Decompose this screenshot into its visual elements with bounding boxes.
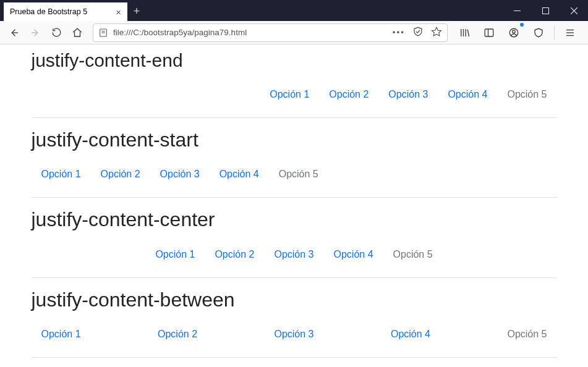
nav-item: Opción 5 [383, 245, 443, 264]
section-divider [32, 357, 557, 358]
nav-item: Opción 1 [260, 85, 319, 104]
nav-link[interactable]: Opción 1 [260, 85, 319, 104]
section-heading: justify-content-center [32, 208, 557, 231]
page-content: justify-content-endOpción 1Opción 2Opció… [32, 44, 557, 367]
nav-item: Opción 3 [378, 85, 438, 104]
menu-button[interactable] [561, 23, 579, 42]
nav-link[interactable]: Opción 2 [148, 325, 207, 344]
nav-link-disabled: Opción 5 [497, 85, 556, 104]
maximize-button[interactable] [531, 0, 560, 21]
section-divider [32, 277, 557, 278]
nav-link[interactable]: Opción 1 [32, 165, 91, 184]
library-icon[interactable] [455, 23, 474, 42]
nav-link[interactable]: Opción 4 [438, 85, 497, 104]
nav-item: Opción 1 [32, 165, 91, 184]
nav-item: Opción 2 [205, 245, 264, 264]
nav-item: Opción 2 [91, 165, 150, 184]
nav-link-disabled: Opción 5 [497, 325, 556, 344]
nav-link[interactable]: Opción 2 [91, 165, 150, 184]
section-divider [32, 117, 557, 118]
bookmark-star-icon[interactable] [431, 26, 442, 39]
nav-link[interactable]: Opción 3 [264, 245, 323, 264]
sidebar-icon[interactable] [480, 23, 498, 42]
nav-item: Opción 3 [264, 245, 323, 264]
nav-link[interactable]: Opción 4 [210, 165, 269, 184]
new-tab-button[interactable]: + [127, 2, 146, 21]
nav-end: Opción 1Opción 2Opción 3Opción 4Opción 5 [32, 82, 557, 115]
nav-item: Opción 5 [269, 165, 328, 184]
nav-item: Opción 3 [264, 325, 323, 344]
nav-link[interactable]: Opción 3 [264, 325, 323, 344]
nav-link[interactable]: Opción 4 [381, 325, 440, 344]
back-button[interactable] [5, 23, 23, 42]
nav-start: Opción 1Opción 2Opción 3Opción 4Opción 5 [32, 161, 557, 195]
svg-marker-9 [432, 27, 441, 36]
nav-item: Opción 1 [32, 325, 91, 344]
svg-point-17 [513, 30, 516, 33]
reader-shield-icon[interactable] [412, 26, 424, 39]
browser-toolbar: file:///C:/bootstrap5ya/pagina79.html ••… [0, 21, 588, 44]
page-info-icon[interactable] [98, 28, 108, 38]
svg-rect-14 [485, 29, 493, 36]
section-heading: justify-content-end [32, 49, 557, 72]
nav-item: Opción 4 [438, 85, 497, 104]
section-heading: justify-content-start [32, 128, 557, 151]
reload-button[interactable] [47, 23, 66, 42]
svg-line-13 [467, 29, 469, 36]
svg-rect-1 [542, 7, 548, 14]
nav-item: Opción 4 [381, 325, 440, 344]
nav-link-disabled: Opción 5 [383, 245, 443, 264]
nav-item: Opción 4 [210, 165, 269, 184]
nav-link[interactable]: Opción 1 [145, 245, 205, 264]
close-tab-icon[interactable]: × [116, 7, 121, 17]
nav-link[interactable]: Opción 2 [319, 85, 378, 104]
nav-item: Opción 5 [497, 325, 556, 344]
url-text: file:///C:/bootstrap5ya/pagina79.html [113, 28, 247, 37]
url-bar[interactable]: file:///C:/bootstrap5ya/pagina79.html ••… [93, 23, 448, 42]
toolbar-separator [554, 26, 555, 40]
account-icon[interactable] [505, 23, 523, 42]
section-divider [32, 197, 557, 198]
window-controls [503, 0, 588, 21]
minimize-button[interactable] [503, 0, 531, 21]
home-button[interactable] [68, 23, 87, 42]
nav-item: Opción 4 [324, 245, 383, 264]
nav-link-disabled: Opción 5 [269, 165, 328, 184]
shield-icon[interactable] [529, 23, 548, 42]
nav-item: Opción 1 [145, 245, 205, 264]
nav-item: Opción 2 [319, 85, 378, 104]
page-viewport[interactable]: justify-content-endOpción 1Opción 2Opció… [0, 44, 588, 367]
tab-title: Prueba de Bootstrap 5 [10, 7, 87, 16]
nav-center: Opción 1Opción 2Opción 3Opción 4Opción 5 [32, 242, 557, 275]
close-window-button[interactable] [560, 0, 588, 21]
nav-link[interactable]: Opción 3 [378, 85, 438, 104]
window-titlebar: Prueba de Bootstrap 5 × + [0, 0, 588, 21]
forward-button[interactable] [26, 23, 45, 42]
browser-tab-active[interactable]: Prueba de Bootstrap 5 × [4, 2, 127, 21]
nav-between: Opción 1Opción 2Opción 3Opción 4Opción 5 [32, 321, 557, 355]
nav-item: Opción 5 [497, 85, 556, 104]
section-heading: justify-content-between [32, 288, 557, 311]
nav-item: Opción 3 [150, 165, 210, 184]
toolbar-right-cluster [455, 23, 583, 42]
nav-link[interactable]: Opción 2 [205, 245, 264, 264]
nav-link[interactable]: Opción 3 [150, 165, 210, 184]
more-icon[interactable]: ••• [393, 28, 405, 37]
nav-link[interactable]: Opción 1 [32, 325, 91, 344]
nav-link[interactable]: Opción 4 [324, 245, 383, 264]
nav-item: Opción 2 [148, 325, 207, 344]
